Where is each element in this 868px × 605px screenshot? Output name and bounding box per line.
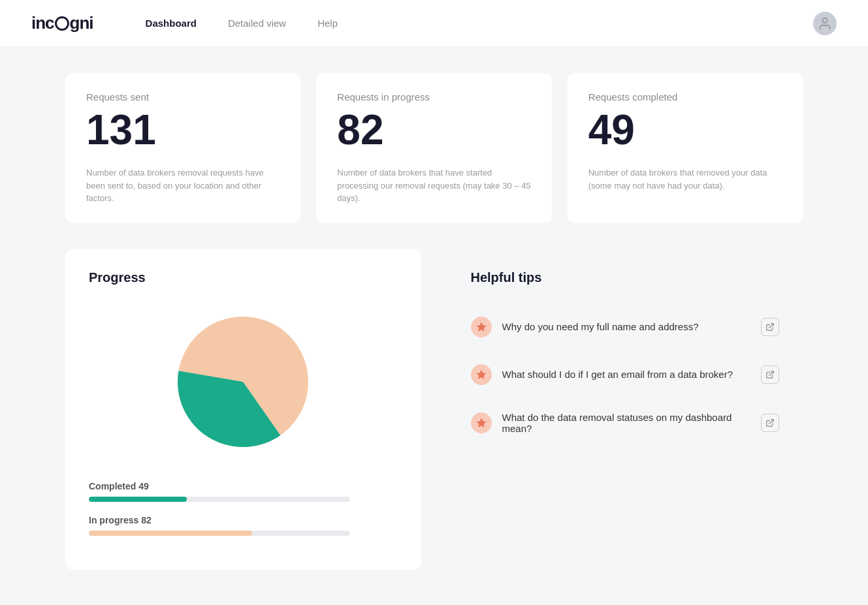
tip-arrow-1[interactable] bbox=[761, 318, 779, 336]
tip-arrow-3[interactable] bbox=[761, 414, 779, 432]
pie-chart bbox=[165, 303, 321, 460]
tip-item-2[interactable]: What should I do if I get an email from … bbox=[471, 351, 780, 399]
completed-bar-label: Completed 49 bbox=[89, 481, 398, 491]
nav-dashboard[interactable]: Dashboard bbox=[146, 18, 197, 29]
stat-desc-inprogress: Number of data brokers that have started… bbox=[337, 166, 530, 205]
tip-arrow-2[interactable] bbox=[761, 365, 779, 384]
tips-title: Helpful tips bbox=[471, 270, 780, 285]
nav-detailed-view[interactable]: Detailed view bbox=[228, 18, 286, 29]
main-nav: Dashboard Detailed view Help bbox=[146, 18, 813, 29]
svg-marker-6 bbox=[476, 418, 486, 427]
stat-card-sent: Requests sent 131 Number of data brokers… bbox=[65, 73, 300, 223]
stat-label-sent: Requests sent bbox=[86, 91, 280, 102]
pie-chart-container bbox=[89, 303, 398, 460]
progress-section: Progress Completed 49 In progress 82 bbox=[65, 249, 421, 570]
inprogress-bar-track bbox=[89, 531, 350, 536]
completed-bar-group: Completed 49 bbox=[89, 481, 398, 502]
stat-number-sent: 131 bbox=[86, 109, 280, 151]
completed-bar-track bbox=[89, 497, 350, 502]
bottom-row: Progress Completed 49 In progress 82 bbox=[65, 249, 803, 570]
stat-number-inprogress: 82 bbox=[337, 109, 530, 151]
tip-icon-3 bbox=[471, 412, 492, 433]
stat-desc-completed: Number of data brokers that removed your… bbox=[588, 166, 782, 192]
svg-line-3 bbox=[769, 323, 773, 327]
inprogress-bar-label: In progress 82 bbox=[89, 515, 398, 525]
inprogress-bar-fill bbox=[89, 531, 252, 536]
tip-text-2: What should I do if I get an email from … bbox=[502, 369, 751, 380]
user-avatar[interactable] bbox=[813, 12, 837, 35]
inprogress-bar-group: In progress 82 bbox=[89, 515, 398, 536]
nav-help[interactable]: Help bbox=[317, 18, 338, 29]
stat-label-inprogress: Requests in progress bbox=[337, 91, 530, 102]
tips-section: Helpful tips Why do you need my full nam… bbox=[447, 249, 803, 570]
tip-text-1: Why do you need my full name and address… bbox=[502, 321, 751, 332]
brand-logo: incgni bbox=[31, 13, 93, 33]
tip-item-3[interactable]: What do the data removal statuses on my … bbox=[471, 399, 780, 447]
completed-bar-fill bbox=[89, 497, 187, 502]
stat-label-completed: Requests completed bbox=[588, 91, 782, 102]
svg-marker-2 bbox=[476, 322, 486, 331]
tip-icon-2 bbox=[471, 364, 492, 385]
svg-marker-4 bbox=[476, 369, 486, 379]
tip-icon-1 bbox=[471, 317, 492, 337]
stat-card-completed: Requests completed 49 Number of data bro… bbox=[568, 73, 803, 223]
svg-line-5 bbox=[769, 371, 773, 375]
svg-line-7 bbox=[769, 419, 773, 423]
svg-point-0 bbox=[822, 18, 827, 22]
stat-desc-sent: Number of data brokers removal requests … bbox=[86, 166, 280, 205]
stats-row: Requests sent 131 Number of data brokers… bbox=[65, 73, 803, 223]
stat-card-inprogress: Requests in progress 82 Number of data b… bbox=[316, 73, 551, 223]
tip-item-1[interactable]: Why do you need my full name and address… bbox=[471, 303, 780, 351]
stat-number-completed: 49 bbox=[588, 109, 782, 151]
progress-title: Progress bbox=[89, 270, 398, 285]
tip-text-3: What do the data removal statuses on my … bbox=[502, 412, 751, 434]
